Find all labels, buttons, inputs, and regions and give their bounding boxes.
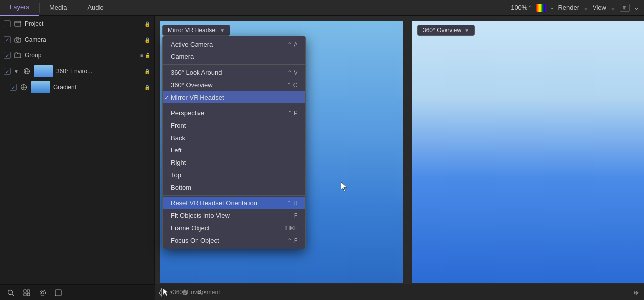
layer-thumb-gradient bbox=[31, 81, 50, 93]
svg-marker-21 bbox=[163, 289, 168, 296]
overview-label: 360° Overview bbox=[423, 27, 461, 34]
select-tool[interactable]: ▾ bbox=[161, 285, 175, 299]
bottom-bar: 360° Environment ⏭ ▾ ▾ bbox=[0, 284, 644, 300]
menu-item-perspective[interactable]: Perspective ⌃ P bbox=[163, 107, 305, 119]
share-button[interactable] bbox=[51, 286, 65, 300]
menu-item-left[interactable]: Left bbox=[163, 144, 305, 156]
svg-point-17 bbox=[42, 291, 44, 294]
menu-label-bottom: Bottom bbox=[171, 184, 191, 191]
svg-rect-19 bbox=[55, 290, 61, 296]
shortcut-focus-object: ⌃ F bbox=[287, 237, 297, 244]
visibility-360env[interactable] bbox=[4, 68, 11, 75]
layer-lock-gradient: 🔒 bbox=[144, 84, 150, 91]
svg-point-11 bbox=[8, 290, 13, 294]
group-badges: ≡ 🔒 bbox=[140, 53, 150, 58]
settings-button[interactable] bbox=[36, 286, 50, 300]
svg-point-3 bbox=[17, 39, 19, 42]
menu-item-reset-vr[interactable]: Reset VR Headset Orientation ⌃ R bbox=[163, 197, 305, 209]
menu-item-360-overview[interactable]: 360° Overview ⌃ O bbox=[163, 79, 305, 91]
hand-tool[interactable] bbox=[178, 285, 192, 299]
separator-3 bbox=[163, 195, 305, 196]
timeline-end-marker: ⏭ bbox=[633, 288, 640, 296]
menu-label-fit-objects: Fit Objects Into View bbox=[171, 212, 230, 219]
render-button[interactable]: Render bbox=[558, 4, 579, 11]
layer-camera[interactable]: Camera 🔒 bbox=[0, 32, 154, 48]
layer-group[interactable]: Group ≡ 🔒 bbox=[0, 48, 154, 63]
visibility-project[interactable] bbox=[4, 20, 11, 27]
view-mode-dropdown[interactable]: Mirror VR Headset ▼ bbox=[162, 25, 230, 36]
layers-panel: Project 🔒 Camera 🔒 Group ≡ 🔒 bbox=[0, 16, 155, 284]
checkmark-mirror-vr: ✓ bbox=[164, 94, 169, 101]
tab-audio[interactable]: Audio bbox=[77, 0, 113, 16]
svg-rect-14 bbox=[27, 290, 30, 292]
color-chevron[interactable]: ⌄ bbox=[550, 5, 554, 10]
menu-item-camera[interactable]: Camera bbox=[163, 50, 305, 63]
expand-chevron[interactable]: ▼ bbox=[14, 69, 19, 74]
menu-item-top[interactable]: Top bbox=[163, 169, 305, 181]
layer-name-camera: Camera bbox=[25, 36, 141, 43]
layer-lock-360env: 🔒 bbox=[144, 68, 150, 75]
menu-label-right: Right bbox=[171, 159, 186, 166]
grid-button[interactable] bbox=[20, 286, 34, 300]
project-icon bbox=[14, 20, 22, 28]
shortcut-fit-objects: F bbox=[294, 212, 297, 219]
shortcut-360-look-around: ⌃ V bbox=[287, 69, 297, 76]
menu-label-reset-vr: Reset VR Headset Orientation bbox=[171, 200, 257, 207]
visibility-camera[interactable] bbox=[4, 36, 11, 43]
bottom-tools bbox=[0, 286, 65, 300]
menu-item-front[interactable]: Front bbox=[163, 119, 305, 132]
overview-dropdown[interactable]: 360° Overview ▼ bbox=[417, 25, 475, 36]
menu-item-frame-object[interactable]: Frame Object ⇧⌘F bbox=[163, 222, 305, 234]
svg-rect-15 bbox=[24, 293, 26, 296]
view-chevron[interactable]: ⌄ bbox=[610, 4, 616, 11]
layer-lock-project: 🔒 bbox=[144, 20, 150, 27]
menu-item-active-camera[interactable]: Active Camera ⌃ A bbox=[163, 38, 305, 50]
menu-item-fit-objects[interactable]: Fit Objects Into View F bbox=[163, 209, 305, 222]
visibility-group[interactable] bbox=[4, 52, 11, 59]
tab-media[interactable]: Media bbox=[40, 0, 77, 16]
layer-name-project: Project bbox=[25, 20, 141, 27]
menu-item-back[interactable]: Back bbox=[163, 132, 305, 144]
svg-line-12 bbox=[12, 294, 14, 296]
layer-name-gradient: Gradient bbox=[53, 84, 141, 91]
svg-point-18 bbox=[40, 290, 46, 295]
gradient-icon bbox=[20, 83, 28, 91]
top-bar: Layers Media Audio 100% ⌃ ⌄ Render ⌄ Vie… bbox=[0, 0, 644, 16]
menu-item-mirror-vr[interactable]: ✓ Mirror VR Headset bbox=[163, 91, 305, 103]
view-dropdown-menu: Active Camera ⌃ A Camera 360° Look Aroun… bbox=[162, 36, 306, 249]
separator-2 bbox=[163, 105, 305, 105]
svg-rect-16 bbox=[27, 293, 30, 296]
zoom-tool[interactable]: ▾ bbox=[195, 285, 208, 299]
top-bar-controls: 100% ⌃ ⌄ Render ⌄ View ⌄ ⊞ ⌄ bbox=[511, 4, 644, 12]
window-control[interactable]: ⊞ bbox=[620, 4, 630, 12]
menu-item-bottom[interactable]: Bottom bbox=[163, 181, 305, 194]
layer-project[interactable]: Project 🔒 bbox=[0, 16, 154, 32]
search-button[interactable] bbox=[4, 286, 18, 300]
layer-360env[interactable]: ▼ 360° Enviro... 🔒 bbox=[0, 63, 154, 79]
tab-layers[interactable]: Layers bbox=[0, 0, 39, 16]
menu-label-mirror-vr: Mirror VR Headset bbox=[171, 94, 224, 101]
render-chevron[interactable]: ⌄ bbox=[583, 4, 589, 11]
color-swatch[interactable] bbox=[536, 4, 546, 12]
shortcut-frame-object: ⇧⌘F bbox=[283, 225, 297, 232]
dropdown-label: Mirror VR Headset bbox=[168, 27, 217, 34]
menu-label-focus-object: Focus On Object bbox=[171, 237, 219, 244]
view-button[interactable]: View bbox=[593, 4, 606, 11]
menu-label-360-overview: 360° Overview bbox=[171, 81, 213, 89]
layer-gradient[interactable]: Gradient 🔒 bbox=[0, 79, 154, 95]
group-icon bbox=[14, 51, 22, 59]
visibility-gradient[interactable] bbox=[10, 84, 17, 91]
menu-label-360-look-around: 360° Look Around bbox=[171, 69, 222, 76]
zoom-value[interactable]: 100% bbox=[511, 4, 527, 11]
menu-item-focus-object[interactable]: Focus On Object ⌃ F bbox=[163, 234, 305, 247]
right-preview bbox=[412, 21, 644, 283]
window-chevron[interactable]: ⌄ bbox=[634, 4, 639, 11]
zoom-control[interactable]: 100% ⌃ bbox=[511, 4, 532, 11]
svg-line-23 bbox=[201, 293, 202, 295]
menu-item-right[interactable]: Right bbox=[163, 156, 305, 169]
zoom-chevron[interactable]: ⌃ bbox=[528, 5, 532, 10]
menu-item-360-look-around[interactable]: 360° Look Around ⌃ V bbox=[163, 66, 305, 79]
menu-label-frame-object: Frame Object bbox=[171, 224, 210, 232]
timeline-track: 360° Environment ⏭ bbox=[155, 284, 644, 300]
dropdown-chevron: ▼ bbox=[220, 28, 225, 33]
